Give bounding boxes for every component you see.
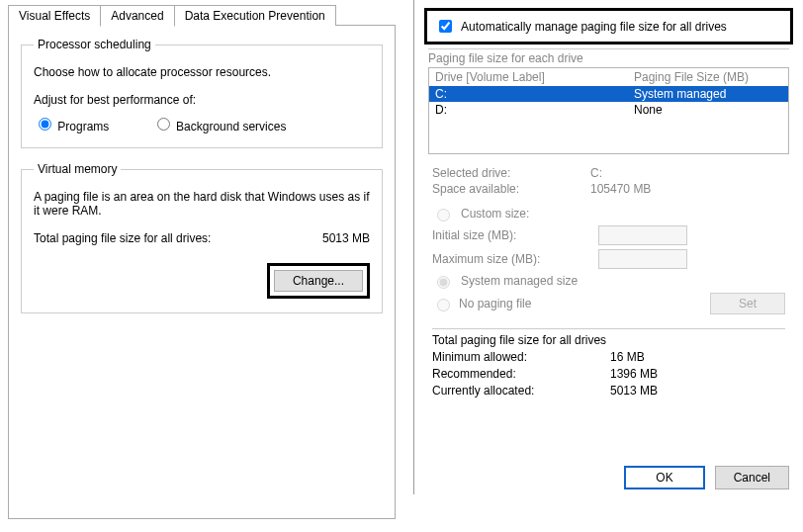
selected-drive-label: Selected drive: [432, 166, 590, 180]
drive-list[interactable]: Drive [Volume Label] Paging File Size (M… [428, 67, 789, 154]
maximum-size-input [598, 249, 687, 269]
auto-manage-row[interactable]: Automatically manage paging file size fo… [435, 17, 782, 36]
drive-row-c[interactable]: C: System managed [429, 86, 788, 102]
vm-total-label: Total paging file size for all drives: [34, 231, 211, 245]
virtual-memory-group: Virtual memory A paging file is an area … [21, 162, 383, 313]
virtual-memory-dialog: Automatically manage paging file size fo… [413, 0, 803, 494]
drive-c-size: System managed [634, 87, 782, 101]
set-button: Set [710, 293, 785, 314]
auto-manage-highlight-box: Automatically manage paging file size fo… [424, 8, 793, 44]
virtual-memory-desc: A paging file is an area on the hard dis… [34, 190, 370, 218]
totals-title: Total paging file size for all drives [432, 333, 785, 347]
selected-drive-value: C: [590, 166, 602, 180]
tab-visual-effects[interactable]: Visual Effects [8, 5, 101, 26]
processor-scheduling-group: Processor scheduling Choose how to alloc… [21, 38, 383, 148]
initial-size-label: Initial size (MB): [432, 228, 590, 242]
space-available-value: 105470 MB [590, 182, 651, 196]
radio-programs[interactable]: Programs [34, 120, 113, 133]
adjust-label: Adjust for best performance of: [34, 93, 370, 107]
min-allowed-value: 16 MB [610, 350, 645, 364]
change-button[interactable]: Change... [274, 270, 363, 292]
column-drive: Drive [Volume Label] [435, 70, 634, 84]
recommended-label: Recommended: [432, 367, 610, 381]
drive-d-label: D: [435, 103, 634, 117]
totals-group: Total paging file size for all drives Mi… [432, 328, 785, 398]
radio-system-managed-input [437, 276, 450, 289]
ok-button[interactable]: OK [624, 466, 704, 489]
radio-no-paging: No paging file [432, 296, 531, 311]
column-size: Paging File Size (MB) [634, 70, 782, 84]
performance-options-panel: Visual Effects Advanced Data Execution P… [0, 0, 405, 532]
each-drive-title: Paging file size for each drive [428, 48, 789, 65]
processor-scheduling-legend: Processor scheduling [34, 38, 155, 51]
radio-background-label: Background services [176, 120, 286, 133]
radio-custom-input [437, 209, 450, 222]
radio-programs-input[interactable] [39, 118, 51, 131]
radio-programs-label: Programs [57, 120, 109, 133]
maximum-size-label: Maximum size (MB): [432, 252, 590, 266]
recommended-value: 1396 MB [610, 367, 658, 381]
radio-no-paging-label: No paging file [459, 297, 531, 310]
tab-body-advanced: Processor scheduling Choose how to alloc… [8, 25, 396, 519]
tab-advanced[interactable]: Advanced [100, 5, 174, 27]
auto-manage-label: Automatically manage paging file size fo… [461, 20, 727, 34]
vm-total-value: 5013 MB [322, 231, 370, 245]
change-highlight-box: Change... [267, 263, 370, 299]
radio-custom-label: Custom size: [461, 207, 529, 221]
initial-size-input [598, 225, 687, 245]
space-available-label: Space available: [432, 182, 590, 196]
radio-no-paging-input [437, 299, 450, 311]
min-allowed-label: Minimum allowed: [432, 350, 610, 364]
currently-allocated-value: 5013 MB [610, 384, 658, 398]
virtual-memory-legend: Virtual memory [34, 162, 121, 176]
currently-allocated-label: Currently allocated: [432, 384, 610, 398]
processor-scheduling-desc: Choose how to allocate processor resourc… [34, 65, 370, 79]
radio-custom-size: Custom size: [432, 206, 785, 222]
radio-system-managed: System managed size [432, 273, 785, 289]
tab-strip: Visual Effects Advanced Data Execution P… [8, 4, 396, 26]
auto-manage-checkbox[interactable] [439, 20, 452, 33]
drive-d-size: None [634, 103, 782, 117]
cancel-button[interactable]: Cancel [715, 466, 789, 489]
drive-row-d[interactable]: D: None [429, 102, 788, 118]
drive-c-label: C: [435, 87, 634, 101]
radio-system-managed-label: System managed size [461, 274, 578, 288]
radio-background[interactable]: Background services [152, 120, 287, 133]
radio-background-input[interactable] [157, 118, 170, 131]
tab-dep[interactable]: Data Execution Prevention [174, 5, 336, 26]
